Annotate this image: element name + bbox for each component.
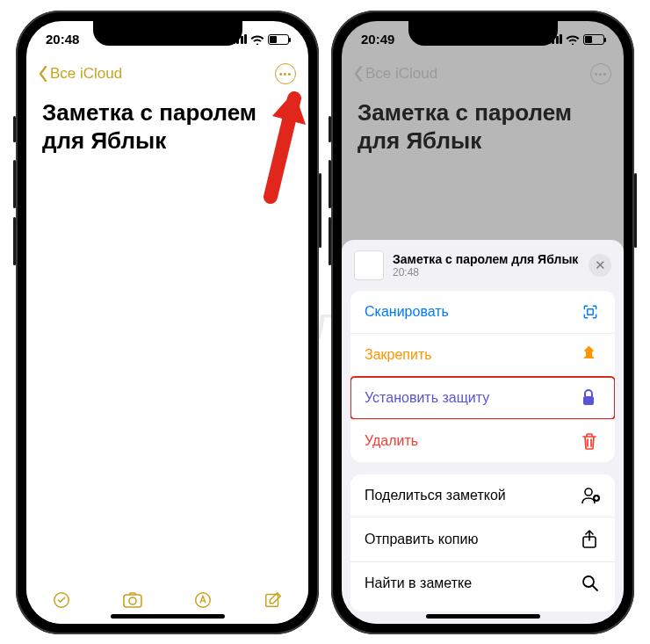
pin-icon: [581, 346, 601, 364]
notch: [408, 21, 558, 46]
share-icon: [581, 530, 601, 549]
home-indicator[interactable]: [111, 614, 225, 619]
screen-right: 20:49 Все iCloud ••• Заметка с паролем д…: [342, 21, 624, 624]
action-label: Закрепить: [365, 347, 432, 363]
notch: [93, 21, 242, 46]
compose-button[interactable]: [264, 590, 283, 613]
scan-icon: [581, 303, 601, 321]
action-lock[interactable]: Установить защиту: [350, 376, 615, 419]
action-find[interactable]: Найти в заметке: [350, 561, 615, 611]
trash-icon: [581, 432, 601, 450]
close-sheet-button[interactable]: ✕: [589, 254, 611, 277]
svg-rect-5: [588, 308, 594, 315]
sheet-header: Заметка с паролем для Яблык 20:48 ✕: [342, 240, 624, 291]
back-button[interactable]: Все iCloud: [39, 65, 122, 83]
battery-icon: [268, 34, 289, 45]
status-time: 20:49: [361, 32, 394, 47]
action-sheet: Заметка с паролем для Яблык 20:48 ✕ Скан…: [342, 240, 624, 624]
note-title: Заметка с паролем для Яблык: [342, 90, 624, 156]
action-send-copy[interactable]: Отправить копию: [350, 517, 615, 561]
back-button: Все iCloud: [354, 65, 437, 83]
action-share-note[interactable]: Поделиться заметкой: [350, 474, 615, 517]
svg-point-2: [129, 597, 136, 604]
close-icon: ✕: [595, 257, 606, 273]
ellipsis-icon: •••: [279, 69, 292, 79]
action-group-secondary: Поделиться заметкой Отправить копию Найт…: [350, 474, 615, 611]
sheet-title: Заметка с паролем для Яблык: [393, 252, 580, 266]
wifi-icon: [566, 34, 580, 45]
screen-left: 20:48 Все iCloud ••• Заметка с паролем д…: [26, 21, 308, 624]
note-title[interactable]: Заметка с паролем для Яблык: [26, 90, 308, 156]
action-pin[interactable]: Закрепить: [350, 333, 615, 376]
chevron-left-icon: [354, 66, 363, 82]
chevron-left-icon: [39, 66, 47, 82]
phone-left: 20:48 Все iCloud ••• Заметка с паролем д…: [16, 11, 319, 634]
action-label: Отправить копию: [365, 532, 478, 547]
action-group-primary: Сканировать Закрепить Установить защиту …: [350, 291, 615, 462]
battery-icon: [583, 34, 604, 45]
markup-button[interactable]: [193, 590, 213, 613]
svg-point-7: [585, 488, 592, 496]
back-label: Все iCloud: [50, 65, 122, 83]
action-label: Удалить: [365, 433, 418, 449]
note-thumbnail: [354, 250, 384, 280]
action-label: Поделиться заметкой: [365, 488, 506, 503]
action-delete[interactable]: Удалить: [350, 419, 615, 462]
action-label: Сканировать: [365, 304, 449, 320]
svg-rect-1: [124, 595, 141, 607]
camera-button[interactable]: [122, 590, 143, 613]
svg-point-10: [583, 576, 594, 587]
add-user-icon: [581, 487, 601, 504]
home-indicator[interactable]: [426, 614, 540, 619]
more-button: •••: [590, 63, 611, 84]
ellipsis-icon: •••: [595, 69, 608, 79]
action-label: Установить защиту: [365, 390, 489, 406]
checklist-button[interactable]: [52, 590, 71, 613]
status-time: 20:48: [46, 32, 79, 47]
more-button[interactable]: •••: [275, 63, 296, 84]
search-icon: [581, 575, 601, 592]
wifi-icon: [250, 34, 264, 45]
action-label: Найти в заметке: [365, 575, 472, 591]
sheet-subtitle: 20:48: [393, 266, 580, 279]
phone-right: 20:49 Все iCloud ••• Заметка с паролем д…: [331, 11, 634, 634]
back-label: Все iCloud: [365, 65, 437, 83]
nav-bar: Все iCloud •••: [342, 58, 624, 90]
lock-icon: [581, 389, 601, 407]
action-scan[interactable]: Сканировать: [350, 291, 615, 333]
svg-rect-6: [583, 396, 594, 405]
nav-bar: Все iCloud •••: [26, 58, 308, 90]
